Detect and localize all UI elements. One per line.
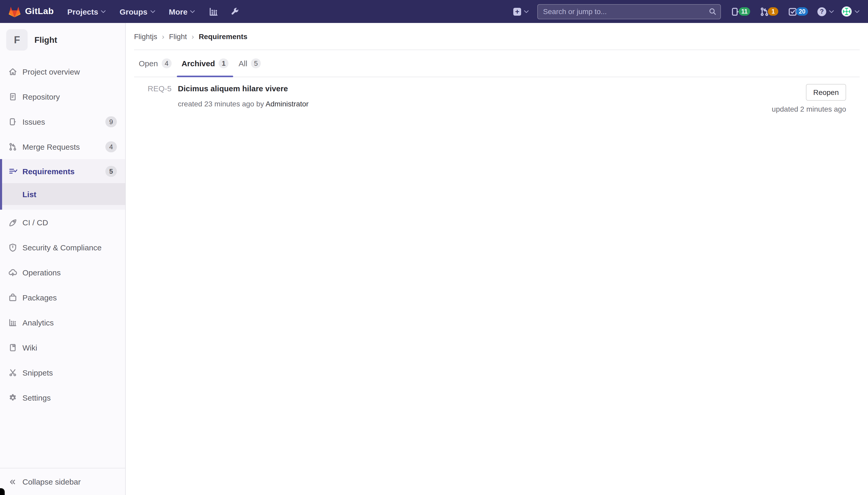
navbar-left: GitLab Projects Groups More bbox=[8, 5, 251, 17]
charts-nav-button[interactable] bbox=[209, 6, 219, 16]
requirements-list-check-icon bbox=[8, 167, 17, 175]
gitlab-logo-link[interactable]: GitLab bbox=[8, 5, 54, 17]
package-icon bbox=[8, 293, 17, 302]
collapse-sidebar-label: Collapse sidebar bbox=[22, 477, 81, 486]
help-icon: ? bbox=[817, 7, 826, 16]
sidebar-item-operations[interactable]: Operations bbox=[0, 260, 125, 285]
merge-request-icon bbox=[8, 142, 17, 151]
double-chevron-left-icon bbox=[8, 478, 17, 486]
chevron-down-icon bbox=[101, 10, 106, 13]
breadcrumb-flightjs[interactable]: Flightjs bbox=[134, 32, 157, 40]
nav-more-label: More bbox=[169, 7, 188, 16]
tab-archived-count: 1 bbox=[219, 58, 228, 68]
requirement-id: REQ-5 bbox=[148, 84, 174, 93]
collapse-sidebar-button[interactable]: Collapse sidebar bbox=[0, 468, 125, 495]
issues-icon bbox=[8, 117, 17, 126]
sidebar-item-packages[interactable]: Packages bbox=[0, 285, 125, 310]
avatar bbox=[841, 6, 852, 17]
top-navbar: GitLab Projects Groups More bbox=[0, 0, 868, 23]
sidebar-item-label: Snippets bbox=[22, 368, 53, 377]
sidebar-item-repository[interactable]: Repository bbox=[0, 84, 125, 109]
sidebar-item-wiki[interactable]: Wiki bbox=[0, 335, 125, 360]
sidebar-item-settings[interactable]: Settings bbox=[0, 385, 125, 410]
requirement-title: Dicimus aliquem hilare vivere bbox=[178, 84, 288, 93]
requirements-badge: 5 bbox=[105, 166, 117, 176]
issues-counter-button[interactable]: 11 bbox=[730, 6, 750, 16]
scissors-icon bbox=[8, 368, 17, 377]
sidebar-item-analytics[interactable]: Analytics bbox=[0, 310, 125, 335]
sidebar-item-label: Repository bbox=[22, 92, 60, 101]
home-icon bbox=[8, 67, 17, 76]
issues-badge: 9 bbox=[105, 116, 117, 127]
sidebar-item-merge-requests[interactable]: Merge Requests 4 bbox=[0, 134, 125, 159]
wrench-icon bbox=[230, 7, 240, 16]
navbar-right: + 11 1 bbox=[513, 4, 860, 19]
sidebar-item-label: Security & Compliance bbox=[22, 243, 101, 252]
project-avatar: F bbox=[6, 29, 28, 51]
sidebar-item-security-compliance[interactable]: Security & Compliance bbox=[0, 235, 125, 260]
sidebar-item-requirements[interactable]: Requirements 5 bbox=[2, 159, 125, 183]
breadcrumb-current: Requirements bbox=[199, 32, 248, 40]
gitlab-wordmark: GitLab bbox=[25, 6, 54, 17]
requirement-updated-meta: updated 2 minutes ago bbox=[772, 105, 846, 113]
sidebar-item-snippets[interactable]: Snippets bbox=[0, 360, 125, 385]
project-sidebar: F Flight Project overview Repository Iss… bbox=[0, 23, 126, 495]
sidebar-item-label: Merge Requests bbox=[22, 142, 80, 151]
sidebar-item-label: Issues bbox=[22, 117, 45, 126]
chevron-down-icon bbox=[854, 10, 860, 13]
sidebar-item-label: CI / CD bbox=[22, 218, 48, 227]
requirement-created-meta: created 23 minutes ago by Administrator bbox=[178, 100, 309, 108]
bar-chart-icon bbox=[209, 6, 219, 16]
sidebar-item-label: Packages bbox=[22, 293, 57, 302]
tab-open[interactable]: Open 4 bbox=[134, 50, 176, 77]
reopen-button[interactable]: Reopen bbox=[806, 84, 846, 101]
shield-icon bbox=[8, 243, 17, 252]
sidebar-item-label: Analytics bbox=[22, 318, 54, 327]
search-input[interactable] bbox=[537, 4, 721, 19]
search-icon bbox=[709, 7, 717, 15]
merge-requests-counter-button[interactable]: 1 bbox=[760, 6, 778, 16]
sidebar-section-requirements: Requirements 5 List bbox=[0, 159, 125, 210]
document-icon bbox=[8, 92, 17, 101]
navbar-links: Projects Groups More bbox=[67, 7, 209, 16]
tab-label: All bbox=[239, 59, 247, 68]
main-content: Flightjs › Flight › Requirements Open 4 … bbox=[126, 23, 868, 495]
chevron-down-icon bbox=[829, 10, 834, 13]
breadcrumb-flight[interactable]: Flight bbox=[169, 32, 187, 40]
chevron-down-icon bbox=[190, 10, 195, 13]
requirement-main: REQ-5 Dicimus aliquem hilare vivere crea… bbox=[148, 84, 309, 113]
mr-count-badge: 1 bbox=[768, 7, 778, 16]
chevron-down-icon bbox=[150, 10, 155, 13]
merge-requests-badge: 4 bbox=[105, 141, 117, 152]
breadcrumb: Flightjs › Flight › Requirements bbox=[134, 23, 860, 50]
user-menu-button[interactable] bbox=[841, 6, 860, 17]
gear-icon bbox=[8, 393, 17, 402]
plus-icon: + bbox=[513, 7, 521, 15]
breadcrumb-separator: › bbox=[192, 32, 194, 40]
sidebar-item-label: Requirements bbox=[22, 167, 74, 175]
sidebar-item-ci-cd[interactable]: CI / CD bbox=[0, 210, 125, 235]
cloud-gear-icon bbox=[8, 268, 17, 277]
tanuki-logo-icon bbox=[8, 5, 21, 17]
nav-projects[interactable]: Projects bbox=[67, 7, 106, 16]
nav-groups[interactable]: Groups bbox=[119, 7, 155, 16]
sidebar-item-project-overview[interactable]: Project overview bbox=[0, 59, 125, 84]
project-header-link[interactable]: F Flight bbox=[0, 23, 125, 56]
sidebar-item-requirements-list[interactable]: List bbox=[2, 183, 125, 205]
tab-label: Archived bbox=[182, 59, 215, 68]
admin-area-button[interactable] bbox=[230, 7, 240, 16]
requirement-side: Reopen updated 2 minutes ago bbox=[772, 84, 846, 113]
nav-more[interactable]: More bbox=[169, 7, 195, 16]
project-name: Flight bbox=[34, 35, 57, 45]
tab-archived[interactable]: Archived 1 bbox=[177, 50, 234, 77]
nav-groups-label: Groups bbox=[119, 7, 147, 16]
analytics-chart-icon bbox=[8, 318, 17, 327]
todos-counter-button[interactable]: 20 bbox=[788, 6, 808, 16]
new-menu-button[interactable]: + bbox=[513, 7, 529, 15]
tab-all[interactable]: All 5 bbox=[234, 50, 266, 77]
book-icon bbox=[8, 343, 17, 352]
help-menu-button[interactable]: ? bbox=[817, 7, 834, 16]
sidebar-item-issues[interactable]: Issues 9 bbox=[0, 109, 125, 134]
tab-open-count: 4 bbox=[161, 58, 171, 68]
sidebar-item-label: Settings bbox=[22, 393, 51, 402]
